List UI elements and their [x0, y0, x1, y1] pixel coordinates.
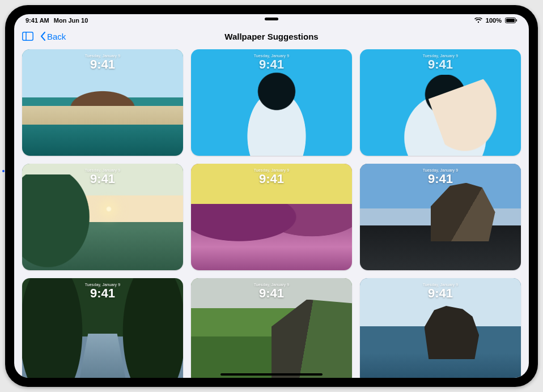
page-title: Wallpaper Suggestions [224, 32, 318, 41]
lockscreen-preview-clock: Tuesday, January 9 9:41 [423, 283, 459, 300]
lockscreen-preview-clock: Tuesday, January 9 9:41 [85, 168, 121, 185]
lockscreen-preview-clock: Tuesday, January 9 9:41 [423, 168, 459, 185]
wifi-icon [474, 18, 482, 23]
status-bar: 9:41 AM Mon Jun 10 100% [14, 14, 529, 27]
chevron-left-icon [40, 32, 46, 41]
wallpaper-tile[interactable]: Tuesday, January 9 9:41 [360, 164, 521, 270]
svg-rect-1 [506, 19, 515, 22]
lockscreen-preview-clock: Tuesday, January 9 9:41 [85, 54, 121, 71]
wallpaper-tile[interactable]: Tuesday, January 9 9:41 [22, 164, 183, 270]
wallpaper-tile[interactable]: Tuesday, January 9 9:41 [191, 278, 352, 378]
back-label: Back [47, 32, 66, 41]
lockscreen-preview-clock: Tuesday, January 9 9:41 [254, 283, 290, 300]
status-date: Mon Jun 10 [54, 17, 88, 24]
wallpaper-tile[interactable]: Tuesday, January 9 9:41 [360, 49, 521, 156]
status-time: 9:41 AM [26, 17, 49, 24]
screen: 9:41 AM Mon Jun 10 100% [14, 14, 529, 378]
wallpaper-tile[interactable]: Tuesday, January 9 9:41 [191, 164, 352, 270]
lockscreen-preview-clock: Tuesday, January 9 9:41 [85, 283, 121, 300]
wallpaper-tile[interactable]: Tuesday, January 9 9:41 [360, 278, 521, 378]
battery-icon [505, 18, 517, 23]
wallpaper-tile[interactable]: Tuesday, January 9 9:41 [22, 278, 183, 378]
wallpaper-tile[interactable]: Tuesday, January 9 9:41 [191, 49, 352, 156]
lockscreen-preview-clock: Tuesday, January 9 9:41 [423, 54, 459, 71]
front-camera [265, 18, 278, 20]
sidebar-toggle-button[interactable] [22, 32, 33, 41]
wallpaper-tile[interactable]: Tuesday, January 9 9:41 [22, 49, 183, 156]
ipad-frame: 9:41 AM Mon Jun 10 100% [5, 5, 538, 387]
annotation-dot [2, 170, 5, 172]
nav-bar: Back Wallpaper Suggestions [14, 27, 529, 46]
battery-percent: 100% [486, 17, 502, 24]
back-button[interactable]: Back [40, 32, 66, 41]
wallpaper-grid: Tuesday, January 9 9:41 Tuesday, January… [14, 46, 529, 378]
lockscreen-preview-clock: Tuesday, January 9 9:41 [254, 54, 290, 71]
home-indicator[interactable] [220, 373, 323, 376]
svg-rect-3 [23, 32, 33, 40]
lockscreen-preview-clock: Tuesday, January 9 9:41 [254, 168, 290, 185]
svg-rect-2 [516, 19, 517, 22]
